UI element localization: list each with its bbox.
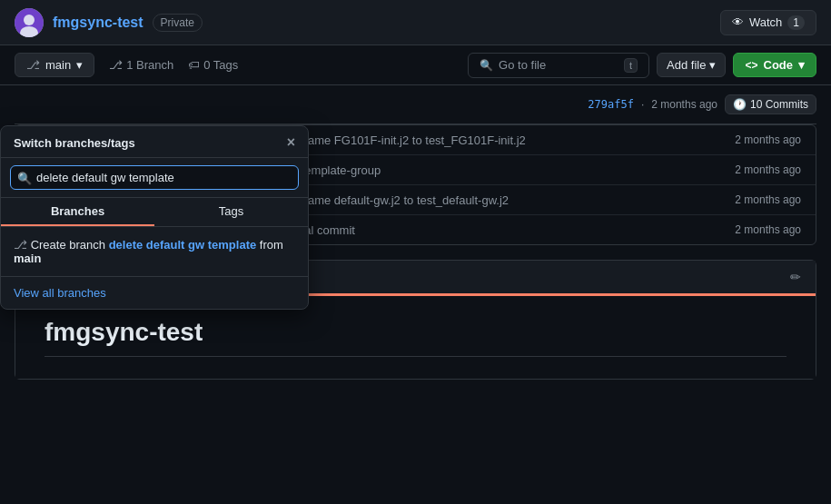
code-button[interactable]: <> Code ▾ xyxy=(733,53,816,77)
add-file-button[interactable]: Add file ▾ xyxy=(657,53,726,77)
tag-icon: 🏷 xyxy=(188,58,200,72)
search-icon: 🔍 xyxy=(17,171,32,184)
commit-time: 2 months ago xyxy=(651,98,717,111)
commit-separator: · xyxy=(641,98,644,111)
file-time: 2 months ago xyxy=(735,193,801,206)
branches-link[interactable]: ⎇ 1 Branch xyxy=(109,58,173,72)
code-chevron: ▾ xyxy=(798,58,805,72)
avatar xyxy=(15,8,44,37)
close-icon[interactable]: × xyxy=(287,135,295,150)
create-branch-icon: ⎇ xyxy=(14,238,27,252)
file-time: 2 months ago xyxy=(735,163,801,176)
dropdown-search-wrap: 🔍 xyxy=(10,165,299,190)
commit-hash[interactable]: 279af5f xyxy=(588,98,634,111)
create-branch-name: delete default gw xyxy=(109,238,204,252)
create-from-branch: main xyxy=(14,252,41,265)
branch-search-input[interactable] xyxy=(10,165,299,190)
create-branch-text: template xyxy=(208,238,256,252)
top-bar: fmgsync-test Private 👁 Watch 1 xyxy=(0,0,831,45)
branch-select-button[interactable]: ⎇ main ▾ xyxy=(15,53,94,77)
private-badge: Private xyxy=(153,14,203,32)
tags-link[interactable]: 🏷 0 Tags xyxy=(188,58,238,72)
search-icon: 🔍 xyxy=(480,59,493,72)
sub-nav: ⎇ main ▾ ⎇ 1 Branch 🏷 0 Tags 🔍 Go to fil… xyxy=(0,45,831,85)
create-branch-item[interactable]: ⎇ Create branch delete default gw templa… xyxy=(1,227,308,277)
file-time: 2 months ago xyxy=(735,133,801,146)
tags-count: 0 Tags xyxy=(203,58,238,72)
commit-row: 279af5f · 2 months ago 🕐 10 Commits xyxy=(15,85,816,124)
repo-name[interactable]: fmgsync-test xyxy=(53,15,143,31)
code-label: Code xyxy=(764,58,794,72)
tab-branches[interactable]: Branches xyxy=(1,198,154,226)
watch-count: 1 xyxy=(787,15,805,30)
file-commit: Initial commit xyxy=(286,223,724,237)
file-commit: Rename FG101F-init.j2 to test_FG101F-ini… xyxy=(286,133,724,147)
watch-label: Watch xyxy=(749,15,782,29)
watch-button[interactable]: 👁 Watch 1 xyxy=(720,10,816,35)
create-prefix: Create branch xyxy=(31,238,105,252)
top-bar-left: fmgsync-test Private xyxy=(15,8,203,37)
edit-icon[interactable]: ✏ xyxy=(790,270,801,284)
main-content: 279af5f · 2 months ago 🕐 10 Commits 📄 FG… xyxy=(0,85,831,380)
meta-links: ⎇ 1 Branch 🏷 0 Tags xyxy=(109,58,238,72)
chevron-down-icon: ▾ xyxy=(76,58,83,72)
goto-file-shortcut: t xyxy=(624,58,638,73)
file-time: 2 months ago xyxy=(735,223,801,236)
file-commit: Rename default-gw.j2 to test_default-gw.… xyxy=(286,193,724,207)
branch-icon: ⎇ xyxy=(26,58,40,72)
readme-heading: fmgsync-test xyxy=(45,318,786,357)
tab-tags[interactable]: Tags xyxy=(154,198,308,226)
commits-count: 10 Commits xyxy=(750,98,808,111)
add-file-chevron: ▾ xyxy=(709,58,716,72)
branch-meta-icon: ⎇ xyxy=(109,58,123,72)
dropdown-title: Switch branches/tags xyxy=(14,136,135,150)
right-actions: 🔍 Go to file t Add file ▾ <> Code ▾ xyxy=(468,53,816,78)
branches-count: 1 Branch xyxy=(126,58,173,72)
commits-link[interactable]: 🕐 10 Commits xyxy=(725,94,816,114)
create-from-text: from xyxy=(260,238,283,252)
clock-icon: 🕐 xyxy=(733,98,747,111)
view-all-branches-link[interactable]: View all branches xyxy=(1,277,308,309)
dropdown-tabs: Branches Tags xyxy=(1,198,308,227)
goto-file-input[interactable]: 🔍 Go to file t xyxy=(468,53,649,78)
code-icon: <> xyxy=(745,59,757,72)
create-branch-bold: delete default gw xyxy=(109,238,204,252)
eye-icon: 👁 xyxy=(732,15,744,29)
branch-dropdown: Switch branches/tags × 🔍 Branches Tags ⎇… xyxy=(0,125,309,310)
current-branch-label: main xyxy=(45,58,71,72)
goto-file-label: Go to file xyxy=(499,58,546,72)
add-file-label: Add file xyxy=(667,58,706,72)
file-commit: fix template-group xyxy=(286,163,724,177)
dropdown-header: Switch branches/tags × xyxy=(1,126,308,158)
svg-point-1 xyxy=(24,15,35,25)
watch-button-wrap: 👁 Watch 1 xyxy=(720,10,816,35)
dropdown-search-area: 🔍 xyxy=(1,158,308,198)
